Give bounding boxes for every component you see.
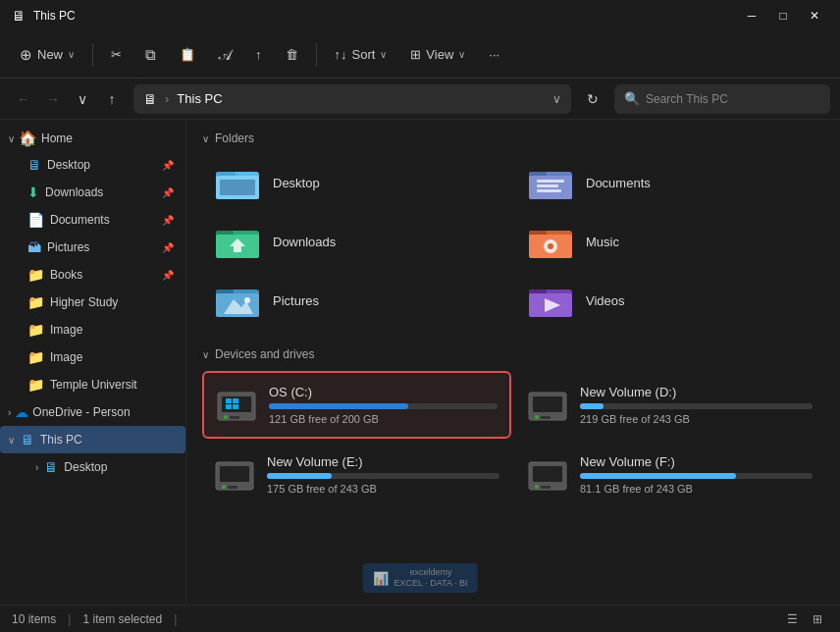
- sidebar-item-documents[interactable]: 📄 Documents 📌: [4, 206, 182, 234]
- documents-folder-icon: 📄: [27, 212, 44, 228]
- drive-info-e: New Volume (E:) 175 GB free of 243 GB: [267, 454, 499, 495]
- folders-section-header: ∨ Folders: [202, 132, 824, 145]
- forward-button[interactable]: →: [39, 85, 67, 113]
- svg-rect-9: [537, 189, 561, 192]
- title-bar-left: 🖥 This PC: [12, 8, 76, 24]
- sidebar-image1-label: Image: [50, 323, 82, 337]
- svg-point-40: [535, 415, 539, 419]
- sidebar-onedrive-section: › ☁ OneDrive - Person: [0, 400, 185, 424]
- drive-f-bar-fill: [580, 473, 736, 479]
- view-button[interactable]: ⊞ View ∨: [400, 38, 475, 72]
- grid-view-button[interactable]: ⊞: [807, 608, 828, 630]
- sidebar-item-desktop-sub[interactable]: › 🖥 Desktop: [4, 453, 182, 481]
- temple-folder-icon: 📁: [27, 377, 44, 393]
- folder-pictures-name: Pictures: [273, 293, 319, 308]
- devices-chevron: ∨: [202, 349, 209, 360]
- sidebar-home-header[interactable]: ∨ 🏠 Home: [0, 126, 185, 151]
- dropdown-button[interactable]: ∨: [69, 85, 96, 113]
- sidebar-item-pictures[interactable]: 🏔 Pictures 📌: [4, 234, 182, 261]
- title-bar: 🖥 This PC ─ □ ✕: [0, 0, 840, 31]
- folder-tile-desktop[interactable]: Desktop: [202, 155, 511, 210]
- drive-tile-f[interactable]: New Volume (F:) 81.1 GB free of 243 GB: [515, 443, 824, 506]
- back-button[interactable]: ←: [10, 85, 37, 113]
- sort-icon: ↑↓: [335, 47, 347, 62]
- main-layout: ∨ 🏠 Home 🖥 Desktop 📌 ⬇ Downloads 📌 📄 Doc…: [0, 120, 840, 605]
- list-view-button[interactable]: ☰: [781, 608, 803, 630]
- drive-e-name: New Volume (E:): [267, 454, 499, 469]
- sidebar-item-temple[interactable]: 📁 Temple Universit: [4, 371, 182, 398]
- sidebar-pictures-label: Pictures: [47, 240, 89, 254]
- refresh-button[interactable]: ↻: [579, 85, 606, 113]
- delete-button[interactable]: 🗑: [276, 38, 308, 72]
- sidebar-onedrive-header[interactable]: › ☁ OneDrive - Person: [0, 400, 185, 424]
- address-text: This PC: [177, 91, 222, 106]
- paste-button[interactable]: 📋: [170, 38, 205, 72]
- drive-d-name: New Volume (D:): [580, 385, 813, 399]
- sort-chevron: ∨: [380, 49, 387, 60]
- sidebar-item-image1[interactable]: 📁 Image: [4, 316, 182, 343]
- folder-icon-documents: [527, 163, 574, 202]
- drive-d-bar-fill: [580, 403, 604, 409]
- sidebar-thispc-header[interactable]: ∨ 🖥 This PC: [0, 426, 185, 453]
- svg-rect-51: [541, 486, 551, 489]
- status-sep-1: |: [68, 612, 71, 626]
- address-pc-icon: 🖥: [143, 91, 157, 107]
- drive-tile-d[interactable]: New Volume (D:) 219 GB free of 243 GB: [515, 371, 824, 439]
- minimize-button[interactable]: ─: [738, 6, 765, 26]
- cut-button[interactable]: ✂: [101, 38, 131, 72]
- books-folder-icon: 📁: [27, 267, 44, 283]
- new-chevron: ∨: [68, 49, 75, 60]
- folder-tile-music[interactable]: Music: [515, 214, 824, 269]
- folder-videos-name: Videos: [586, 293, 625, 308]
- drive-tile-c[interactable]: OS (C:) 121 GB free of 200 GB: [202, 371, 511, 439]
- share-button[interactable]: ↑: [245, 38, 272, 72]
- maximize-button[interactable]: □: [769, 6, 797, 26]
- rename-button[interactable]: 𝒜: [209, 38, 241, 72]
- sidebar-item-books[interactable]: 📁 Books 📌: [4, 261, 182, 289]
- svg-rect-44: [220, 466, 249, 482]
- folder-icon-pictures: [214, 281, 261, 320]
- search-box[interactable]: 🔍 Search This PC: [614, 84, 830, 114]
- home-chevron-icon: ∨: [8, 133, 15, 144]
- folders-heading: Folders: [215, 132, 254, 145]
- up-button[interactable]: ↑: [98, 85, 126, 113]
- app-icon: 🖥: [12, 8, 26, 24]
- svg-rect-39: [533, 396, 562, 412]
- sidebar-item-higherstudy[interactable]: 📁 Higher Study: [4, 289, 182, 316]
- drive-e-bar-fill: [267, 473, 332, 479]
- drives-grid: OS (C:) 121 GB free of 200 GB: [202, 371, 824, 506]
- svg-rect-8: [537, 184, 558, 187]
- drive-e-bar-bg: [267, 473, 499, 479]
- pin-icon-3: 📌: [162, 215, 174, 226]
- new-button[interactable]: ⊕ New ∨: [10, 38, 84, 72]
- close-button[interactable]: ✕: [801, 6, 828, 26]
- view-label: View: [426, 47, 453, 62]
- folder-icon-desktop: [214, 163, 261, 202]
- sidebar-item-image2[interactable]: 📁 Image: [4, 343, 182, 371]
- nav-buttons: ← → ∨ ↑: [10, 85, 126, 113]
- svg-point-18: [548, 243, 553, 249]
- new-label: New: [37, 47, 63, 62]
- more-button[interactable]: ···: [479, 38, 509, 72]
- devices-heading: Devices and drives: [215, 347, 314, 361]
- toolbar-separator-1: [92, 43, 93, 67]
- sort-button[interactable]: ↑↓ Sort ∨: [325, 38, 397, 72]
- folder-tile-documents[interactable]: Documents: [515, 155, 824, 210]
- rename-icon: 𝒜: [219, 46, 232, 64]
- drive-tile-e[interactable]: New Volume (E:) 175 GB free of 243 GB: [202, 443, 511, 506]
- copy-button[interactable]: ⧉: [135, 38, 166, 72]
- sort-label: Sort: [352, 47, 376, 62]
- sidebar: ∨ 🏠 Home 🖥 Desktop 📌 ⬇ Downloads 📌 📄 Doc…: [0, 120, 186, 605]
- address-input[interactable]: 🖥 › This PC ∨: [133, 84, 571, 114]
- sidebar-item-downloads[interactable]: ⬇ Downloads 📌: [4, 179, 182, 206]
- sidebar-item-desktop[interactable]: 🖥 Desktop 📌: [4, 151, 182, 179]
- address-chevron: ∨: [552, 92, 561, 106]
- drive-d-space: 219 GB free of 243 GB: [580, 413, 813, 425]
- view-icon: ⊞: [410, 47, 421, 62]
- folder-tile-downloads[interactable]: Downloads: [202, 214, 511, 269]
- content-area: ∨ Folders Desktop: [186, 120, 840, 605]
- folder-tile-videos[interactable]: Videos: [515, 273, 824, 328]
- folder-tile-pictures[interactable]: Pictures: [202, 273, 511, 328]
- svg-rect-7: [537, 180, 564, 183]
- sidebar-home-section: ∨ 🏠 Home 🖥 Desktop 📌 ⬇ Downloads 📌 📄 Doc…: [0, 126, 185, 398]
